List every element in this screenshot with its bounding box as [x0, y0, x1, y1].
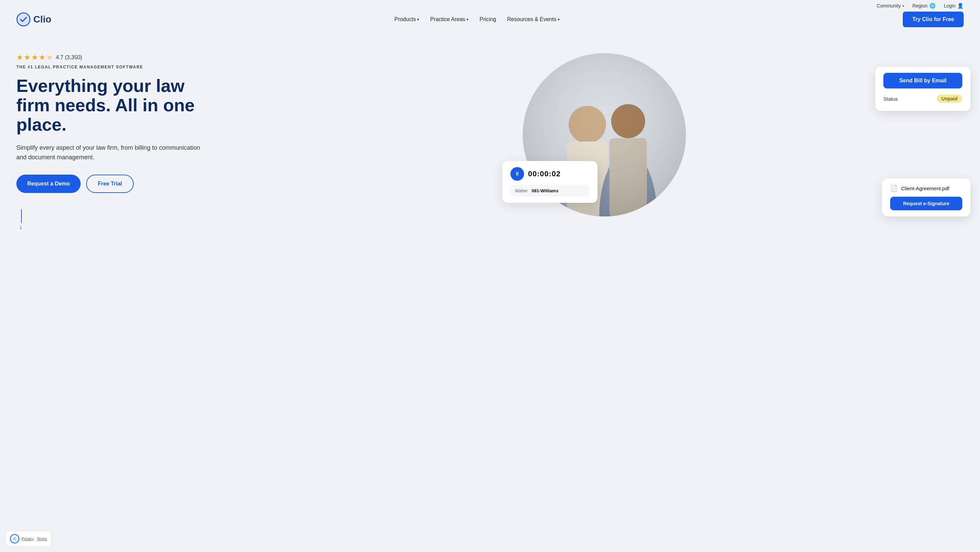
- recaptcha-privacy[interactable]: Privacy: [21, 537, 34, 541]
- star-rating: ★ ★ ★ ★ ★: [16, 53, 53, 62]
- resources-chevron: ▾: [558, 17, 560, 22]
- request-demo-button[interactable]: Request a Demo: [16, 175, 81, 193]
- region-label: Region: [912, 3, 927, 8]
- hero-right: ⏸ 00:00:02 Matter 081-Williams Send Bill…: [509, 46, 964, 244]
- status-row: Status Unpaid: [883, 92, 962, 105]
- hero-subtext: Simplify every aspect of your law firm, …: [16, 143, 207, 163]
- scroll-down-indicator: ↓: [19, 209, 509, 231]
- globe-icon: 🌐: [929, 3, 936, 9]
- hero-tagline: THE #1 LEGAL PRACTICE MANAGEMENT SOFTWAR…: [16, 65, 509, 69]
- send-bill-button[interactable]: Send Bill by Email: [883, 73, 962, 89]
- cta-buttons: Request a Demo Free Trial: [16, 175, 509, 193]
- email-card: Send Bill by Email Status Unpaid: [875, 67, 970, 111]
- nav-pricing[interactable]: Pricing: [479, 16, 496, 22]
- timer-row: ⏸ 00:00:02: [511, 167, 589, 181]
- rating-row: ★ ★ ★ ★ ★ 4.7 (3,350): [16, 53, 509, 62]
- recaptcha-badge: rC Privacy · Terms: [5, 531, 51, 547]
- community-chevron: ▾: [902, 4, 904, 8]
- rating-score: 4.7 (3,350): [56, 54, 82, 60]
- recaptcha-text: Privacy · Terms: [21, 537, 47, 541]
- user-icon: 👤: [957, 3, 964, 9]
- try-clio-button[interactable]: Try Clio for Free: [903, 11, 964, 27]
- hero-left: ★ ★ ★ ★ ★ 4.7 (3,350) THE #1 LEGAL PRACT…: [16, 46, 509, 231]
- navbar: Clio Products ▾ Practice Areas ▾ Pricing…: [0, 11, 980, 33]
- matter-label: Matter: [515, 188, 528, 193]
- doc-filename: Client-Agreement.pdf: [901, 186, 950, 191]
- recaptcha-terms[interactable]: Terms: [37, 537, 47, 541]
- status-badge: Unpaid: [937, 95, 962, 103]
- logo-link[interactable]: Clio: [16, 12, 51, 27]
- timer-value: 00:00:02: [528, 169, 561, 178]
- esignature-button[interactable]: Request e-Signature: [890, 197, 962, 210]
- community-label: Community: [877, 3, 901, 8]
- pdf-icon: 📄: [890, 185, 898, 192]
- logo-text: Clio: [33, 14, 51, 25]
- recaptcha-logo: rC: [10, 534, 19, 544]
- timer-card: ⏸ 00:00:02 Matter 081-Williams: [502, 161, 598, 203]
- community-link[interactable]: Community ▾: [877, 3, 904, 8]
- arrow-down-icon: ↓: [19, 223, 22, 231]
- matter-row: Matter 081-Williams: [511, 185, 589, 197]
- nav-practice-areas[interactable]: Practice Areas ▾: [430, 16, 469, 22]
- region-link[interactable]: Region 🌐: [912, 3, 935, 9]
- hero-headline: Everything your law firm needs. All in o…: [16, 76, 509, 135]
- nav-resources[interactable]: Resources & Events ▾: [507, 16, 560, 22]
- nav-links: Products ▾ Practice Areas ▾ Pricing Reso…: [395, 16, 560, 22]
- products-chevron: ▾: [417, 17, 419, 22]
- login-link[interactable]: Login 👤: [944, 3, 964, 9]
- arrow-line: [21, 209, 22, 223]
- login-label: Login: [944, 3, 956, 8]
- clio-logo-icon: [16, 12, 30, 27]
- doc-row: 📄 Client-Agreement.pdf: [890, 185, 962, 192]
- star-3: ★: [31, 53, 38, 62]
- free-trial-button[interactable]: Free Trial: [86, 175, 134, 193]
- status-label: Status: [883, 96, 898, 102]
- matter-value: 081-Williams: [532, 188, 559, 193]
- doc-card: 📄 Client-Agreement.pdf Request e-Signatu…: [882, 178, 970, 216]
- pause-icon: ⏸: [514, 171, 520, 177]
- star-2: ★: [24, 53, 30, 62]
- star-5: ★: [46, 53, 53, 62]
- star-4: ★: [39, 53, 46, 62]
- pause-button[interactable]: ⏸: [511, 167, 524, 181]
- nav-products[interactable]: Products ▾: [395, 16, 419, 22]
- top-bar: Community ▾ Region 🌐 Login 👤: [0, 0, 980, 11]
- hero-section: ★ ★ ★ ★ ★ 4.7 (3,350) THE #1 LEGAL PRACT…: [0, 33, 980, 264]
- practice-areas-chevron: ▾: [466, 17, 469, 22]
- star-1: ★: [16, 53, 23, 62]
